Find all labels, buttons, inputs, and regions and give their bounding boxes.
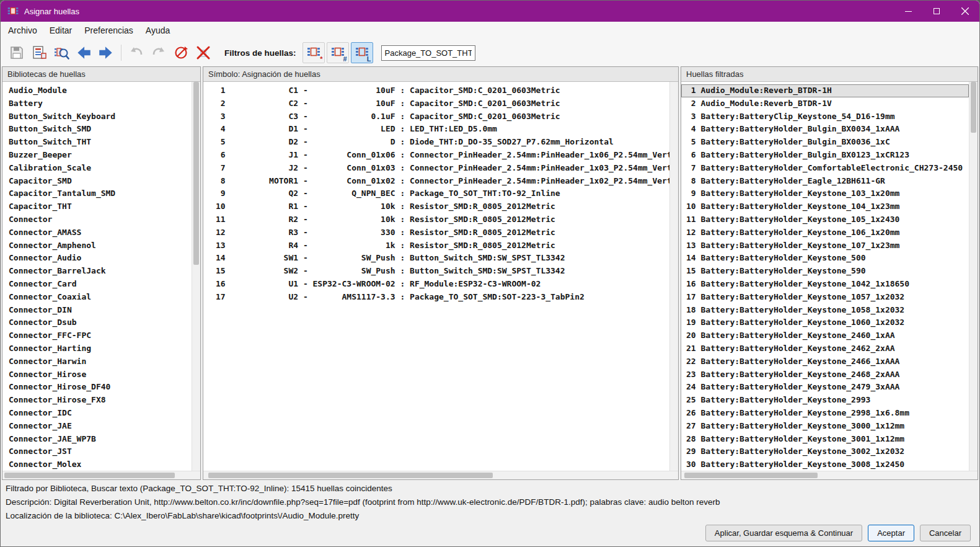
filter-by-pin-count-button[interactable]: # — [327, 42, 349, 63]
library-item[interactable]: Connector_JAE_WP7B — [2, 433, 192, 446]
footprint-item[interactable]: 9 Battery:BatteryHolder_Keystone_103_1x2… — [681, 187, 969, 200]
assignments-vertical-scrollbar[interactable] — [669, 82, 678, 471]
close-button[interactable] — [951, 1, 979, 22]
footprint-item[interactable]: 7 Battery:BatteryHolder_ComfortableElect… — [681, 162, 969, 175]
footprint-item[interactable]: 10 Battery:BatteryHolder_Keystone_104_1x… — [681, 200, 969, 213]
library-item[interactable]: Buzzer_Beeper — [2, 149, 192, 162]
footprint-item[interactable]: 13 Battery:BatteryHolder_Keystone_107_1x… — [681, 239, 969, 252]
library-item[interactable]: Connector_DIN — [2, 304, 192, 317]
footprint-item[interactable]: 21 Battery:BatteryHolder_Keystone_2462_2… — [681, 342, 969, 355]
library-item[interactable]: Connector_AMASS — [2, 226, 192, 239]
assignment-row[interactable]: 4 D1 - LED : LED_THT:LED_D5.0mm — [203, 123, 669, 136]
assignment-row[interactable]: 14 SW1 - SW_Push : Button_Switch_SMD:SW_… — [203, 252, 669, 265]
library-table-button[interactable] — [28, 42, 50, 64]
cancel-dialog-button[interactable]: Cancelar — [920, 525, 971, 541]
scrollbar-thumb[interactable] — [4, 473, 174, 478]
delete-all-associations-button[interactable] — [192, 42, 214, 64]
library-item[interactable]: Connector_FFC-FPC — [2, 329, 192, 342]
footprint-item[interactable]: 16 Battery:BatteryHolder_Keystone_1042_1… — [681, 278, 969, 291]
footprint-item[interactable]: 25 Battery:BatteryHolder_Keystone_2993 — [681, 394, 969, 407]
library-item[interactable]: Audio_Module — [2, 84, 192, 97]
footprint-item[interactable]: 11 Battery:BatteryHolder_Keystone_105_1x… — [681, 213, 969, 226]
footprint-item[interactable]: 22 Battery:BatteryHolder_Keystone_2466_1… — [681, 355, 969, 368]
footprint-item[interactable]: 14 Battery:BatteryHolder_Keystone_500 — [681, 252, 969, 265]
view-footprint-button[interactable] — [50, 42, 73, 64]
undo-button[interactable] — [125, 42, 148, 64]
library-item[interactable]: Calibration_Scale — [2, 162, 192, 175]
library-item[interactable]: Capacitor_THT — [2, 200, 192, 213]
footprints-vertical-scrollbar[interactable] — [969, 82, 978, 471]
assignment-row[interactable]: 10 R1 - 10k : Resistor_SMD:R_0805_2012Me… — [203, 200, 669, 213]
footprint-item[interactable]: 4 Battery:BatteryHolder_Bulgin_BX0034_1x… — [681, 123, 969, 136]
library-item[interactable]: Connector_Hirose_FX8 — [2, 394, 192, 407]
footprint-item[interactable]: 26 Battery:BatteryHolder_Keystone_2998_1… — [681, 407, 969, 420]
menu-ayuda[interactable]: Ayuda — [139, 22, 176, 39]
menu-preferencias[interactable]: Preferencias — [78, 22, 139, 39]
library-item[interactable]: Connector_Coaxial — [2, 291, 192, 304]
footprint-item[interactable]: 28 Battery:BatteryHolder_Keystone_3001_1… — [681, 433, 969, 446]
footprint-item[interactable]: 23 Battery:BatteryHolder_Keystone_2468_2… — [681, 368, 969, 381]
library-item[interactable]: Connector_BarrelJack — [2, 265, 192, 278]
assignment-row[interactable]: 8 MOTOR1 - Conn_01x02 : Connector_PinHea… — [203, 175, 669, 188]
library-item[interactable]: Connector_Harting — [2, 342, 192, 355]
library-item[interactable]: Button_Switch_Keyboard — [2, 110, 192, 123]
apply-save-continue-button[interactable]: Aplicar, Guardar esquema & Continuar — [705, 525, 862, 541]
library-item[interactable]: Connector_Dsub — [2, 316, 192, 329]
library-item[interactable]: Connector_IDC — [2, 407, 192, 420]
minimize-button[interactable] — [894, 1, 922, 22]
footprint-item[interactable]: 12 Battery:BatteryHolder_Keystone_106_1x… — [681, 226, 969, 239]
accept-button[interactable]: Aceptar — [868, 525, 914, 541]
maximize-button[interactable] — [922, 1, 951, 22]
footprint-item[interactable]: 24 Battery:BatteryHolder_Keystone_2479_3… — [681, 381, 969, 394]
assignment-row[interactable]: 16 U1 - ESP32-C3-WROOM-02 : RF_Module:ES… — [203, 278, 669, 291]
delete-association-button[interactable] — [170, 42, 192, 64]
footprint-item[interactable]: 6 Battery:BatteryHolder_Bulgin_BX0123_1x… — [681, 149, 969, 162]
assignment-row[interactable]: 15 SW2 - SW_Push : Button_Switch_SMD:SW_… — [203, 265, 669, 278]
footprint-item[interactable]: 5 Battery:BatteryHolder_Bulgin_BX0036_1x… — [681, 136, 969, 149]
assignments-horizontal-scrollbar[interactable] — [203, 471, 678, 479]
library-item[interactable]: Button_Switch_SMD — [2, 123, 192, 136]
footprint-item[interactable]: 2 Audio_Module:Reverb_BTDR-1V — [681, 97, 969, 110]
previous-symbol-button[interactable] — [73, 42, 95, 64]
assignment-row[interactable]: 11 R2 - 10k : Resistor_SMD:R_0805_2012Me… — [203, 213, 669, 226]
assignment-row[interactable]: 5 D2 - D : Diode_THT:D_DO-35_SOD27_P7.62… — [203, 136, 669, 149]
footprint-item[interactable]: 15 Battery:BatteryHolder_Keystone_590 — [681, 265, 969, 278]
library-item[interactable]: Connector_Audio — [2, 252, 192, 265]
library-item[interactable]: Connector_Card — [2, 278, 192, 291]
footprint-item[interactable]: 27 Battery:BatteryHolder_Keystone_3000_1… — [681, 420, 969, 433]
save-button[interactable] — [6, 42, 28, 64]
library-item[interactable]: Connector_Harwin — [2, 355, 192, 368]
assignment-row[interactable]: 2 C2 - 10uF : Capacitor_SMD:C_0201_0603M… — [203, 97, 669, 110]
redo-button[interactable] — [148, 42, 170, 64]
libraries-vertical-scrollbar[interactable] — [192, 82, 200, 471]
library-item[interactable]: Capacitor_SMD — [2, 175, 192, 188]
library-item[interactable]: Connector_Hirose — [2, 368, 192, 381]
footprint-item[interactable]: 3 Battery:BatteryClip_Keystone_54_D16-19… — [681, 110, 969, 123]
footprint-item[interactable]: 30 Battery:BatteryHolder_Keystone_3008_1… — [681, 458, 969, 471]
library-item[interactable]: Capacitor_Tantalum_SMD — [2, 187, 192, 200]
footprint-item[interactable]: 29 Battery:BatteryHolder_Keystone_3002_1… — [681, 445, 969, 458]
scrollbar-thumb[interactable] — [208, 473, 493, 478]
footprint-item[interactable]: 18 Battery:BatteryHolder_Keystone_1058_1… — [681, 304, 969, 317]
assignment-row[interactable]: 1 C1 - 10uF : Capacitor_SMD:C_0201_0603M… — [203, 84, 669, 97]
footprint-item[interactable]: 17 Battery:BatteryHolder_Keystone_1057_1… — [681, 291, 969, 304]
assignment-row[interactable]: 13 R4 - 1k : Resistor_SMD:R_0805_2012Met… — [203, 239, 669, 252]
library-item[interactable]: Connector_JST — [2, 445, 192, 458]
assignment-row[interactable]: 17 U2 - AMS1117-3.3 : Package_TO_SOT_SMD… — [203, 291, 669, 304]
footprints-horizontal-scrollbar[interactable] — [681, 471, 978, 479]
library-item[interactable]: Connector — [2, 213, 192, 226]
library-item[interactable]: Connector_Molex — [2, 458, 192, 471]
library-item[interactable]: Button_Switch_THT — [2, 136, 192, 149]
menu-archivo[interactable]: Archivo — [2, 22, 43, 39]
scrollbar-thumb[interactable] — [684, 473, 818, 478]
scrollbar-thumb[interactable] — [971, 82, 976, 133]
library-item[interactable]: Battery — [2, 97, 192, 110]
footprint-item[interactable]: 19 Battery:BatteryHolder_Keystone_1060_1… — [681, 316, 969, 329]
library-item[interactable]: Connector_Amphenol — [2, 239, 192, 252]
library-item[interactable]: Connector_Hirose_DF40 — [2, 381, 192, 394]
footprint-filter-input[interactable] — [381, 45, 475, 61]
assignment-row[interactable]: 7 J2 - Conn_01x03 : Connector_PinHeader_… — [203, 162, 669, 175]
next-symbol-button[interactable] — [95, 42, 117, 64]
filter-by-keyword-button[interactable]: * — [302, 42, 325, 63]
libraries-horizontal-scrollbar[interactable] — [2, 471, 200, 479]
